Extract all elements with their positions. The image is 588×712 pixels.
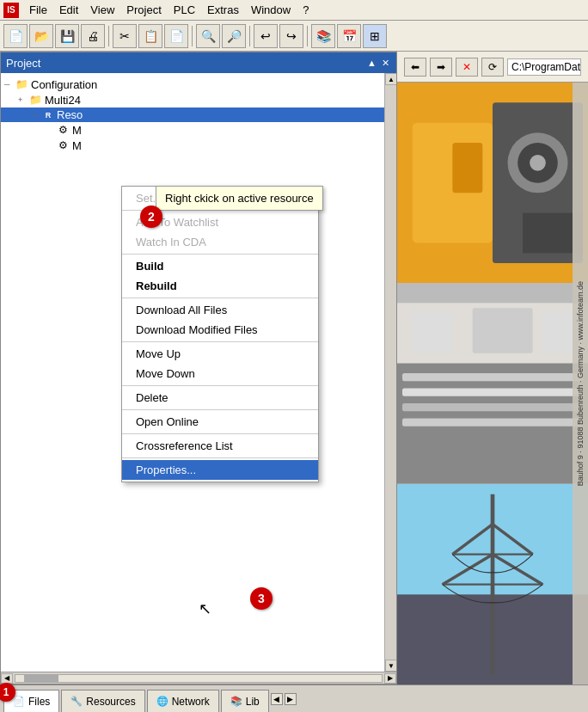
tooltip-balloon: Right ckick on active resource	[156, 186, 323, 211]
vertical-text-container: Bauhof 9 · 91088 Bubenreuth · Germany · …	[573, 83, 588, 684]
tree-item-m1[interactable]: ⚙ M	[1, 122, 384, 138]
ctx-delete[interactable]: Delete	[122, 388, 318, 408]
toolbar-search1[interactable]: 🔍	[196, 24, 220, 48]
menu-window[interactable]: Window	[246, 3, 296, 17]
ctx-sep5	[122, 385, 318, 386]
tab-bar: 📄 Files 1 🔧 Resources 🌐 Network 📚 Lib ◀ …	[0, 684, 588, 712]
tree-label-m1: M	[72, 124, 82, 137]
toolbar-calendar[interactable]: 📅	[337, 24, 361, 48]
expander-config[interactable]: ─	[4, 80, 15, 89]
ctx-move-down[interactable]: Move Down	[122, 364, 318, 384]
scrollbar-track[interactable]	[385, 85, 396, 660]
toolbar-open[interactable]: 📂	[29, 24, 53, 48]
tree-scrollbar[interactable]: ▲ ▼	[384, 73, 396, 672]
tab-lib[interactable]: 📚 Lib	[221, 690, 269, 712]
menu-edit[interactable]: Edit	[54, 3, 83, 17]
panel-close-btn[interactable]: ✕	[380, 58, 391, 69]
ctx-sep6	[122, 409, 318, 410]
gear-icon-m1: ⚙	[56, 123, 70, 137]
tree-label-m2: M	[72, 139, 82, 152]
scrollbar-up-arrow[interactable]: ▲	[385, 73, 396, 85]
toolbar-copy[interactable]: 📋	[138, 24, 162, 48]
toolbar-extra1[interactable]: ⊞	[363, 24, 387, 48]
ctx-properties[interactable]: Properties...	[122, 460, 318, 480]
nav-back-btn[interactable]: ⬅	[404, 58, 426, 77]
nav-forward-btn[interactable]: ➡	[430, 58, 452, 77]
svg-rect-11	[402, 389, 583, 396]
svg-rect-16	[473, 308, 533, 353]
ctx-download-all[interactable]: Download All Files	[122, 300, 318, 320]
menubar: IS File Edit View Project PLC Extras Win…	[0, 0, 588, 21]
toolbar: 📄 📂 💾 🖨 ✂ 📋 📄 🔍 🔎 ↩ ↪ 📚 📅 ⊞	[0, 21, 588, 52]
photo-grid	[397, 83, 588, 684]
photo-factory	[397, 283, 588, 483]
toolbar-print[interactable]: 🖨	[81, 24, 105, 48]
expander-reso[interactable]: ─	[32, 111, 42, 120]
nav-refresh-btn[interactable]: ⟳	[481, 58, 504, 77]
tooltip-text: Right ckick on active resource	[165, 192, 314, 205]
toolbar-library[interactable]: 📚	[311, 24, 335, 48]
toolbar-save[interactable]: 💾	[55, 24, 79, 48]
tree-item-reso[interactable]: ─ R Reso	[1, 107, 384, 122]
menu-project[interactable]: Project	[121, 3, 166, 17]
tree-item-multi24[interactable]: + 📁 Multi24	[1, 92, 384, 107]
ctx-build[interactable]: Build	[122, 256, 318, 276]
tab-network[interactable]: 🌐 Network	[147, 690, 219, 712]
tree-label-config: Configuration	[31, 78, 97, 91]
vertical-text: Bauhof 9 · 91088 Bubenreuth · Germany · …	[576, 281, 585, 486]
ctx-sep2	[122, 254, 318, 255]
ctx-rebuild[interactable]: Rebuild	[122, 276, 318, 296]
tab-scroll-right[interactable]: ▶	[285, 693, 297, 705]
project-scrollbar-h[interactable]: ◀ ▶	[1, 672, 396, 684]
scrollbar-left-arrow[interactable]: ◀	[1, 673, 13, 684]
toolbar-search2[interactable]: 🔎	[222, 24, 246, 48]
tree-label-reso: Reso	[57, 108, 83, 121]
ctx-sep3	[122, 298, 318, 298]
tab-resources[interactable]: 🔧 Resources	[61, 690, 144, 712]
photo-tower	[397, 484, 588, 684]
menu-plc[interactable]: PLC	[168, 3, 200, 17]
badge-2-number: 2	[148, 210, 155, 224]
ctx-watch-cda[interactable]: Watch In CDA	[122, 232, 318, 252]
nav-stop-btn[interactable]: ✕	[456, 58, 478, 77]
badge-1-number: 1	[3, 686, 9, 698]
menu-file[interactable]: File	[24, 3, 52, 17]
folder-icon-multi24: 📁	[28, 93, 42, 107]
toolbar-redo[interactable]: ↪	[279, 24, 303, 48]
tree-item-m2[interactable]: ⚙ M	[1, 138, 384, 153]
ctx-move-up[interactable]: Move Up	[122, 344, 318, 364]
ctx-open-online[interactable]: Open Online	[122, 412, 318, 432]
files-tab-container: 📄 Files 1	[3, 690, 59, 712]
ctx-sep4	[122, 341, 318, 342]
svg-rect-12	[402, 403, 583, 411]
context-menu: Set... Add To Watchlist Watch In CDA Bui…	[121, 186, 319, 482]
panel-move-btn[interactable]: ▲	[365, 58, 378, 69]
scrollbar-down-arrow[interactable]: ▼	[385, 660, 396, 672]
svg-rect-10	[402, 373, 583, 381]
toolbar-cut[interactable]: ✂	[113, 24, 137, 48]
toolbar-undo[interactable]: ↩	[254, 24, 278, 48]
menu-help[interactable]: ?	[297, 3, 314, 17]
svg-rect-15	[413, 313, 453, 353]
scrollbar-right-arrow[interactable]: ▶	[384, 673, 396, 684]
scrollbar-h-track[interactable]	[15, 674, 383, 683]
expander-multi24[interactable]: +	[18, 95, 28, 104]
ctx-download-modified[interactable]: Download Modified Files	[122, 320, 318, 340]
toolbar-sep4	[307, 26, 308, 46]
toolbar-paste[interactable]: 📄	[164, 24, 188, 48]
folder-icon-config: 📁	[15, 77, 28, 91]
tree-item-configuration[interactable]: ─ 📁 Configuration	[1, 77, 384, 92]
photo-robot	[397, 83, 588, 283]
menu-extras[interactable]: Extras	[202, 3, 244, 17]
scrollbar-h-thumb[interactable]	[24, 675, 58, 682]
tab-files-label: Files	[28, 696, 50, 708]
menu-view[interactable]: View	[85, 3, 119, 17]
ctx-crossref[interactable]: Crossreference List	[122, 436, 318, 456]
svg-point-5	[530, 155, 546, 171]
tab-scroll-left[interactable]: ◀	[271, 693, 283, 705]
toolbar-new[interactable]: 📄	[3, 24, 28, 48]
tab-network-label: Network	[172, 696, 210, 708]
lib-tab-icon: 📚	[230, 696, 242, 708]
app-icon: IS	[3, 3, 19, 18]
right-panel: ⬅ ➡ ✕ ⟳ C:\ProgramData\infot	[397, 52, 588, 684]
